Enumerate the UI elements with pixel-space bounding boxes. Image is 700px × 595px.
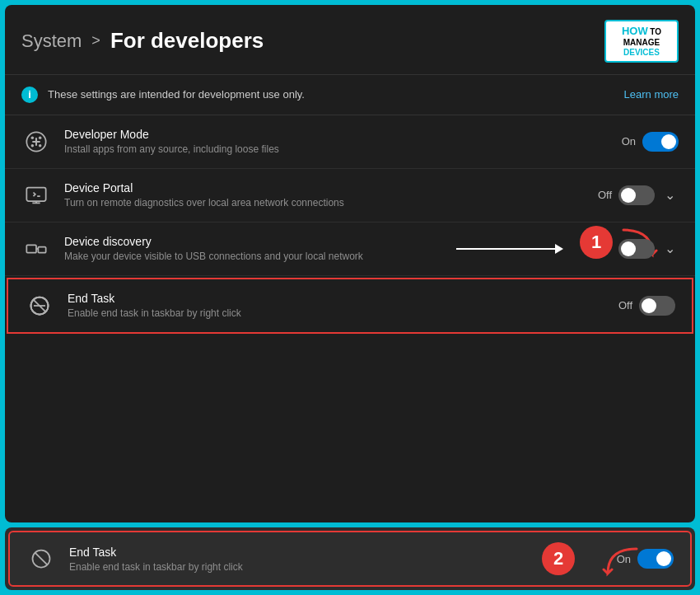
page-title: For developers	[110, 28, 264, 54]
developer-mode-status: On	[622, 135, 636, 148]
developer-mode-toggle[interactable]	[642, 132, 679, 152]
end-task-top-desc: Enable end task in taskbar by right clic…	[68, 307, 605, 319]
developer-mode-name: Developer Mode	[64, 128, 609, 141]
device-discovery-chevron[interactable]: ⌄	[661, 237, 679, 260]
bottom-panel: End Task Enable end task in taskbar by r…	[5, 527, 695, 590]
device-portal-name: Device Portal	[64, 181, 585, 194]
logo: HOW TO MANAGE DEVICES	[604, 20, 679, 63]
developer-mode-desc: Install apps from any source, including …	[64, 143, 609, 155]
logo-how: HOW	[622, 25, 648, 37]
end-task-top-toggle[interactable]	[639, 296, 675, 316]
breadcrumb-chevron: >	[91, 32, 100, 49]
svg-point-3	[39, 144, 42, 148]
end-task-top-name: End Task	[68, 292, 605, 305]
developer-mode-info: Developer Mode Install apps from any sou…	[64, 128, 609, 155]
setting-row-end-task-bottom: End Task Enable end task in taskbar by r…	[8, 531, 692, 587]
svg-point-0	[31, 136, 35, 139]
info-bar: i These settings are intended for develo…	[5, 75, 695, 115]
svg-rect-6	[38, 246, 45, 252]
end-task-top-control: Off	[618, 296, 675, 316]
developer-mode-icon	[21, 127, 51, 157]
end-task-bottom-toggle[interactable]	[637, 549, 674, 569]
logo-manage: MANAGE	[623, 38, 660, 47]
setting-row-device-discovery: Device discovery Make your device visibl…	[5, 223, 695, 276]
end-task-top-info: End Task Enable end task in taskbar by r…	[68, 292, 605, 319]
svg-point-1	[39, 136, 42, 139]
end-task-bottom-info: End Task Enable end task in taskbar by r…	[69, 546, 604, 573]
arrow-line	[456, 248, 555, 250]
system-label: System	[21, 30, 82, 52]
logo-devices: DEVICES	[623, 48, 660, 57]
device-discovery-control: ⌄	[618, 237, 679, 260]
end-task-bottom-desc: Enable end task in taskbar by right clic…	[69, 561, 604, 573]
info-text: These settings are intended for developm…	[48, 88, 614, 101]
main-settings-panel: System > For developers HOW TO MANAGE DE…	[5, 5, 695, 522]
settings-list: Developer Mode Install apps from any sou…	[5, 115, 695, 522]
device-portal-chevron[interactable]: ⌄	[661, 184, 679, 206]
end-task-top-toggle-knob	[642, 298, 656, 313]
device-discovery-toggle-knob	[621, 241, 636, 256]
device-portal-status: Off	[598, 189, 612, 201]
device-portal-toggle[interactable]	[618, 185, 655, 205]
device-portal-toggle-knob	[621, 188, 636, 203]
device-discovery-icon	[21, 234, 51, 264]
end-task-bottom-icon	[26, 544, 56, 574]
device-portal-control: Off ⌄	[598, 184, 679, 206]
logo-to: TO	[650, 27, 661, 36]
svg-point-2	[31, 144, 35, 148]
end-task-top-icon	[25, 291, 54, 321]
device-portal-info: Device Portal Turn on remote diagnostics…	[64, 181, 585, 208]
device-portal-desc: Turn on remote diagnostics over local ar…	[64, 197, 585, 208]
badge-2: 2	[542, 542, 575, 575]
developer-mode-control: On	[622, 132, 679, 152]
end-task-bottom-toggle-knob	[656, 551, 671, 566]
device-portal-icon	[21, 180, 51, 210]
badge-1: 1	[580, 226, 613, 259]
learn-more-link[interactable]: Learn more	[624, 88, 679, 101]
setting-row-end-task-top: End Task Enable end task in taskbar by r…	[7, 278, 693, 334]
setting-row-device-portal: Device Portal Turn on remote diagnostics…	[5, 169, 695, 223]
end-task-bottom-name: End Task	[69, 546, 604, 559]
info-icon: i	[21, 87, 38, 103]
svg-rect-5	[26, 245, 36, 252]
device-discovery-toggle[interactable]	[618, 239, 655, 259]
page-header: System > For developers HOW TO MANAGE DE…	[5, 5, 695, 75]
arrow-head	[555, 244, 563, 254]
developer-mode-toggle-knob	[661, 134, 676, 149]
step1-arrow	[456, 244, 563, 254]
setting-row-developer-mode: Developer Mode Install apps from any sou…	[5, 115, 695, 169]
end-task-top-status: Off	[618, 299, 632, 312]
